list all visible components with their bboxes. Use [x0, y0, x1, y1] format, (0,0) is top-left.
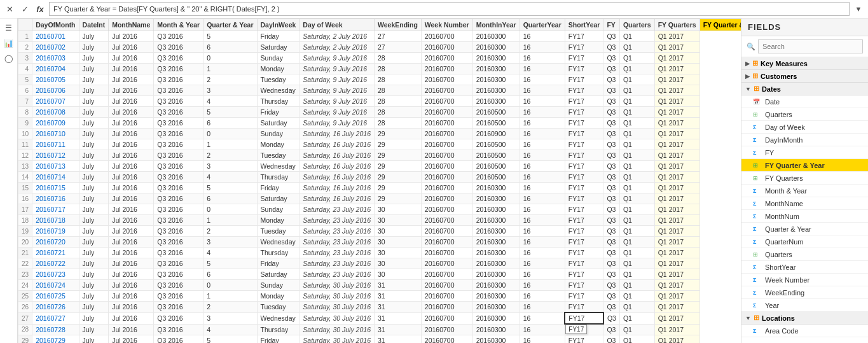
table-row[interactable]: 1920160719JulyJul 2016Q3 20162TuesdaySat… [18, 226, 741, 237]
field-label: FY [765, 149, 774, 157]
section-header-key-measures[interactable]: ▶⊞Key Measures [741, 57, 868, 70]
col-quarters[interactable]: Quarters [619, 19, 654, 31]
cell-quarteryear: Q3 2016 [154, 85, 203, 96]
table-row[interactable]: 1620160716JulyJul 2016Q3 20166SaturdaySa… [18, 193, 741, 204]
fx-icon[interactable]: fx [34, 3, 46, 15]
table-row[interactable]: 2620160726JulyJul 2016Q3 20162TuesdaySat… [18, 302, 741, 313]
cell-dayofweek: Sunday [257, 280, 300, 291]
table-row[interactable]: 720160707JulyJul 2016Q3 20164ThursdaySat… [18, 96, 741, 107]
table-view-icon[interactable]: ☰ [2, 21, 16, 35]
field-item-quarters-item[interactable]: ⊞Quarters [741, 108, 868, 121]
table-row[interactable]: 1520160715JulyJul 2016Q3 20165FridaySatu… [18, 183, 741, 193]
field-item-weekending[interactable]: ΣWeekEnding [741, 286, 868, 299]
cell-dateint: 20160728 [32, 324, 79, 335]
col-quarteryear[interactable]: Quarter & Year [203, 19, 257, 31]
model-view-icon[interactable]: ◯ [2, 52, 16, 66]
table-row[interactable]: 2920160729JulyJul 2016Q3 20165FridaySatu… [18, 335, 741, 344]
col-monthinyear[interactable]: MonthInYear [472, 19, 520, 31]
table-row[interactable]: 820160708JulyJul 2016Q3 20165FridaySatur… [18, 107, 741, 118]
table-icon: ⊞ [752, 72, 758, 80]
confirm-formula-icon[interactable]: ✓ [18, 3, 31, 15]
field-item-fy-quarter-year[interactable]: ⊞FY Quarter & Year [741, 159, 868, 172]
cell-quarters: Q3 [603, 204, 620, 215]
table-row[interactable]: 1420160714JulyJul 2016Q3 20164ThursdaySa… [18, 172, 741, 183]
col-weeknumber[interactable]: Week Number [421, 19, 472, 31]
table-row[interactable]: 620160706JulyJul 2016Q3 20163WednesdaySa… [18, 85, 741, 96]
calendar-icon: 📅 [753, 99, 762, 105]
table-row[interactable]: 920160709JulyJul 2016Q3 20166SaturdaySat… [18, 118, 741, 129]
section-header-locations[interactable]: ▼⊞Locations [741, 312, 868, 325]
formula-input[interactable] [49, 2, 850, 16]
field-item-fy-item[interactable]: ΣFY [741, 146, 868, 159]
field-item-quarter-year[interactable]: ΣQuarter & Year [741, 223, 868, 235]
field-item-day-in-month[interactable]: ΣDayInMonth [741, 134, 868, 146]
table-row[interactable]: 2320160723JulyJul 2016Q3 20166SaturdaySa… [18, 269, 741, 280]
table-row[interactable]: 320160703JulyJul 2016Q3 20160SundaySatur… [18, 53, 741, 64]
col-fy[interactable]: FY [603, 19, 620, 31]
cell-dateint: 20160713 [32, 161, 79, 172]
field-item-area-code[interactable]: ΣArea Code [741, 325, 868, 337]
col-rownum[interactable] [18, 19, 32, 31]
cell-fyquarteryear: Q1 2017 [654, 335, 699, 344]
field-item-date[interactable]: 📅Date [741, 95, 868, 108]
field-item-monthnum[interactable]: ΣMonthNum [741, 210, 868, 223]
search-input[interactable] [758, 39, 863, 53]
chart-view-icon[interactable]: 📊 [2, 36, 16, 50]
cell-fy: FY17 [565, 129, 603, 139]
cell-quarteryear2: 20160300 [472, 312, 520, 324]
field-item-month-year[interactable]: ΣMonth & Year [741, 185, 868, 197]
data-grid-container[interactable]: DayOfMonth DateInt MonthName Month & Yea… [18, 18, 741, 343]
cell-weekending: Saturday, 16 July 2016 [300, 139, 375, 150]
field-item-year[interactable]: ΣYear [741, 299, 868, 312]
cell-fy: FY17 [565, 258, 603, 269]
table-row[interactable]: 1220160712JulyJul 2016Q3 20162TuesdaySat… [18, 150, 741, 161]
col-dayofweek[interactable]: Day of Week [300, 19, 375, 31]
table-row[interactable]: 1720160717JulyJul 2016Q3 20160SundaySatu… [18, 204, 741, 215]
col-dayofmonth[interactable]: DayOfMonth [32, 19, 79, 31]
field-item-monthname[interactable]: ΣMonthName [741, 197, 868, 210]
cell-weekending: Saturday, 23 July 2016 [300, 226, 375, 237]
col-monthyear[interactable]: Month & Year [154, 19, 203, 31]
table-row[interactable]: 2420160724JulyJul 2016Q3 20160SundaySatu… [18, 280, 741, 291]
table-row[interactable]: 2820160728JulyJul 2016Q3 20164ThursdaySa… [18, 324, 741, 335]
table-row[interactable]: 2720160727JulyJul 2016Q3 20163WednesdayS… [18, 312, 741, 324]
field-item-quarternum[interactable]: ΣQuarterNum [741, 235, 868, 248]
field-item-shortyear[interactable]: ΣShortYear [741, 261, 868, 274]
table-row[interactable]: 2020160720JulyJul 2016Q3 20163WednesdayS… [18, 237, 741, 248]
table-row[interactable]: 520160705JulyJul 2016Q3 20162TuesdaySatu… [18, 74, 741, 85]
field-label: WeekEnding [765, 289, 804, 297]
table-row[interactable]: 1320160713JulyJul 2016Q3 20163WednesdayS… [18, 161, 741, 172]
cell-monthname: July [79, 291, 109, 302]
cell-quarteryear: Q3 2016 [154, 237, 203, 248]
table-row[interactable]: 220160702JulyJul 2016Q3 20166SaturdaySat… [18, 42, 741, 53]
cell-quarteryear2: 20160300 [472, 42, 520, 53]
col-monthname[interactable]: MonthName [109, 19, 154, 31]
field-item-week-number[interactable]: ΣWeek Number [741, 274, 868, 286]
cell-monthyear: Jul 2016 [109, 53, 154, 64]
col-dateint[interactable]: DateInt [79, 19, 109, 31]
cell-dayofweek: Friday [257, 183, 300, 193]
table-row[interactable]: 2120160721JulyJul 2016Q3 20164ThursdaySa… [18, 248, 741, 258]
col-dayinweek[interactable]: DayInWeek [257, 19, 300, 31]
col-weekending[interactable]: WeekEnding [374, 19, 421, 31]
col-fyquarteryear[interactable]: FY Quarter & Year [699, 19, 741, 31]
table-row[interactable]: 1120160711JulyJul 2016Q3 20161MondaySatu… [18, 139, 741, 150]
table-row[interactable]: 120160701JulyJul 2016Q3 20165FridaySatur… [18, 31, 741, 42]
cancel-formula-icon[interactable]: ✕ [3, 3, 16, 15]
formula-expand-icon[interactable]: ▼ [852, 5, 865, 13]
table-row[interactable]: 2520160725JulyJul 2016Q3 20161MondaySatu… [18, 291, 741, 302]
section-header-customers[interactable]: ▶⊞Customers [741, 70, 868, 83]
field-item-fy-quarters[interactable]: ⊞FY Quarters [741, 172, 868, 185]
col-shortyear[interactable]: ShortYear [565, 19, 603, 31]
field-item-quarters-field[interactable]: ⊞Quarters [741, 248, 868, 261]
cell-weeknumber: 31 [374, 324, 421, 335]
table-row[interactable]: 2220160722JulyJul 2016Q3 20165FridaySatu… [18, 258, 741, 269]
field-item-day-of-week[interactable]: ΣDay of Week [741, 121, 868, 134]
table-row[interactable]: 1820160718JulyJul 2016Q3 20161MondaySatu… [18, 215, 741, 226]
col-fyquarters[interactable]: FY Quarters [654, 19, 699, 31]
table-row[interactable]: 420160704JulyJul 2016Q3 20161MondaySatur… [18, 64, 741, 74]
col-quarteryear2[interactable]: QuarterYear [520, 19, 565, 31]
section-header-dates[interactable]: ▼⊞Dates [741, 83, 868, 95]
cell-weeknumber: 29 [374, 150, 421, 161]
table-row[interactable]: 1020160710JulyJul 2016Q3 20160SundaySatu… [18, 129, 741, 139]
